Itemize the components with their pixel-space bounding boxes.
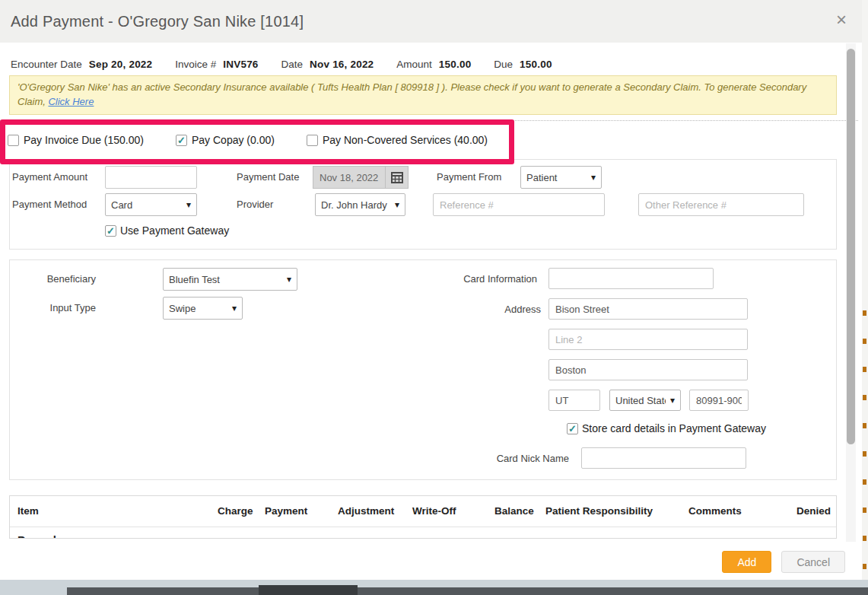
pay-invoice-due-option: Pay Invoice Due (150.00) xyxy=(8,134,144,146)
chevron-down-icon: ▾ xyxy=(395,199,399,210)
due-group: Due 150.00 xyxy=(494,59,552,70)
payment-date-label: Payment Date xyxy=(237,166,299,189)
add-payment-modal: Add Payment - O'Gregory San Nike [1014] … xyxy=(0,0,862,580)
close-icon[interactable]: × xyxy=(836,11,847,29)
encounter-date-value: Sep 20, 2022 xyxy=(89,59,152,70)
invoice-date-label: Date xyxy=(281,59,304,70)
store-card-option: ✓ Store card details in Payment Gateway xyxy=(567,422,766,434)
provider-select[interactable]: Dr. John Hardy ▾ xyxy=(315,193,405,216)
payment-amount-label: Payment Amount xyxy=(12,166,87,189)
invoice-date-value: Nov 16, 2022 xyxy=(310,59,374,70)
payment-date-group: Nov 18, 2022 xyxy=(313,166,409,189)
chevron-down-icon: ▾ xyxy=(287,274,291,285)
click-here-link[interactable]: Click Here xyxy=(48,96,94,107)
pay-non-covered-checkbox[interactable] xyxy=(307,135,318,146)
background-list-markers xyxy=(863,310,866,580)
beneficiary-select[interactable]: Bluefin Test ▾ xyxy=(163,268,297,291)
background-bottom-toolbar-block xyxy=(259,585,358,595)
input-type-value: Swipe xyxy=(169,303,227,314)
address-line1-input[interactable] xyxy=(548,298,748,320)
payment-from-value: Patient xyxy=(526,172,587,183)
scrollbar-thumb[interactable] xyxy=(847,49,855,444)
country-select[interactable]: United States ▾ xyxy=(609,390,681,411)
calendar-button[interactable] xyxy=(386,166,409,189)
card-information-input[interactable] xyxy=(548,268,714,289)
chevron-down-icon: ▾ xyxy=(591,172,596,183)
payment-from-label: Payment From xyxy=(437,166,501,189)
input-type-select[interactable]: Swipe ▾ xyxy=(163,297,243,320)
payment-details-section: Payment Amount Payment Date Nov 18, 2022 xyxy=(9,159,837,250)
payment-from-select[interactable]: Patient ▾ xyxy=(520,166,602,189)
input-type-label: Input Type xyxy=(31,297,96,320)
amount-value: 150.00 xyxy=(439,59,472,70)
pay-invoice-due-checkbox[interactable] xyxy=(8,135,19,146)
pay-invoice-due-label: Pay Invoice Due (150.00) xyxy=(24,134,144,146)
modal-title: Add Payment - O'Gregory San Nike [1014] xyxy=(0,13,304,30)
pay-copay-label: Pay Copay (0.00) xyxy=(192,134,275,146)
payment-method-select[interactable]: Card ▾ xyxy=(105,193,197,216)
store-card-checkbox[interactable]: ✓ xyxy=(567,423,578,434)
beneficiary-value: Bluefin Test xyxy=(169,274,282,285)
modal-footer: Add Cancel xyxy=(0,542,862,580)
provider-label: Provider xyxy=(237,193,273,216)
banner-text: 'O'Gregory San Nike' has an active Secon… xyxy=(17,81,806,107)
card-information-label: Card Information xyxy=(453,268,537,291)
reference-input[interactable] xyxy=(433,193,605,216)
use-payment-gateway-label: Use Payment Gateway xyxy=(120,224,229,237)
provider-value: Dr. John Hardy xyxy=(321,199,390,211)
payment-amount-input[interactable] xyxy=(105,166,197,189)
col-write-off: Write-Off xyxy=(412,505,456,517)
store-card-label: Store card details in Payment Gateway xyxy=(582,422,766,434)
chevron-down-icon: ▾ xyxy=(670,395,675,406)
col-denied: Denied xyxy=(796,505,831,517)
col-comments: Comments xyxy=(688,505,742,517)
invoice-date-group: Date Nov 16, 2022 xyxy=(281,59,374,70)
amount-label: Amount xyxy=(396,59,432,70)
background-page-sliver xyxy=(862,0,868,580)
pay-copay-checkbox[interactable]: ✓ xyxy=(176,135,187,146)
state-input[interactable] xyxy=(548,390,600,411)
use-payment-gateway-option: ✓ Use Payment Gateway xyxy=(105,224,229,237)
chevron-down-icon: ▾ xyxy=(232,303,237,313)
pay-non-covered-option: Pay Non-Covered Services (40.00) xyxy=(307,134,488,146)
modal-header: Add Payment - O'Gregory San Nike [1014] … xyxy=(0,0,862,43)
col-patient-responsibility: Patient Responsibility xyxy=(545,505,653,517)
col-charge: Charge xyxy=(218,505,253,517)
invoice-number-value: INV576 xyxy=(223,59,258,70)
invoice-number-label: Invoice # xyxy=(175,59,216,70)
chevron-down-icon: ▾ xyxy=(186,199,191,210)
country-value: United States xyxy=(615,395,666,406)
scrollbar-track[interactable] xyxy=(846,43,856,542)
due-value: 150.00 xyxy=(520,59,552,70)
card-details-section: Beneficiary Bluefin Test ▾ Card Informat… xyxy=(9,259,837,480)
screen: Add Payment - O'Gregory San Nike [1014] … xyxy=(0,0,868,595)
invoice-summary-row: Encounter Date Sep 20, 2022 Invoice # IN… xyxy=(11,59,862,70)
items-table: Item Charge Payment Adjustment Write-Off… xyxy=(9,495,837,539)
address-line2-input[interactable] xyxy=(548,329,748,350)
cancel-button[interactable]: Cancel xyxy=(781,551,845,573)
pay-non-covered-label: Pay Non-Covered Services (40.00) xyxy=(323,134,488,146)
pay-copay-option: ✓ Pay Copay (0.00) xyxy=(176,134,275,146)
col-item: Item xyxy=(17,505,39,517)
encounter-date-label: Encounter Date xyxy=(11,59,82,70)
calendar-icon xyxy=(391,171,403,183)
encounter-date-group: Encounter Date Sep 20, 2022 xyxy=(11,59,152,70)
pay-options-row: Pay Invoice Due (150.00) ✓ Pay Copay (0.… xyxy=(8,121,862,159)
modal-body: Encounter Date Sep 20, 2022 Invoice # IN… xyxy=(0,59,862,539)
table-group-row-clipped: Procedure xyxy=(17,533,74,539)
col-payment: Payment xyxy=(265,505,307,517)
invoice-number-group: Invoice # INV576 xyxy=(175,59,258,70)
address-label: Address xyxy=(465,298,541,321)
secondary-insurance-banner: 'O'Gregory San Nike' has an active Secon… xyxy=(9,75,837,115)
card-nick-name-label: Card Nick Name xyxy=(485,447,569,470)
zip-input[interactable] xyxy=(689,390,749,411)
city-input[interactable] xyxy=(548,359,748,380)
other-reference-input[interactable] xyxy=(638,193,804,216)
add-button[interactable]: Add xyxy=(722,551,771,573)
beneficiary-label: Beneficiary xyxy=(31,268,96,291)
use-payment-gateway-checkbox[interactable]: ✓ xyxy=(105,225,116,237)
items-table-header: Item Charge Payment Adjustment Write-Off… xyxy=(10,496,836,527)
due-label: Due xyxy=(494,59,513,70)
col-balance: Balance xyxy=(494,505,534,517)
card-nick-name-input[interactable] xyxy=(581,447,746,469)
